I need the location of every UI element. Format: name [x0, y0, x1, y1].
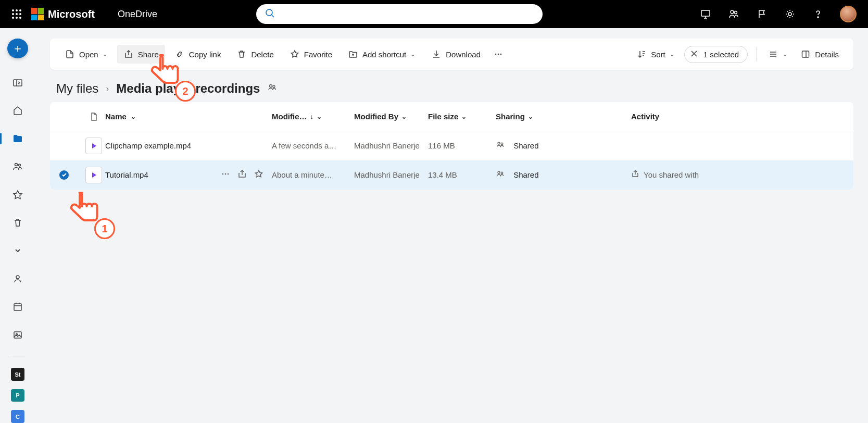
view-button[interactable]: ⌄ [765, 45, 791, 64]
svg-point-22 [16, 276, 19, 279]
help-icon[interactable] [812, 8, 824, 20]
file-name[interactable]: Clipchamp example.mp4 [105, 141, 191, 150]
chevron-down-icon: ⌄ [410, 51, 416, 58]
delete-button[interactable]: Delete [230, 45, 280, 64]
user-avatar[interactable] [840, 6, 857, 22]
download-label: Download [446, 50, 481, 59]
row-star-icon[interactable] [254, 169, 263, 180]
share-button[interactable]: Share [117, 45, 165, 64]
sidebar-photos-icon[interactable] [7, 325, 28, 345]
settings-icon[interactable] [784, 8, 796, 20]
file-sharing[interactable]: Shared [513, 141, 538, 150]
column-modified[interactable]: Modifie…↓⌄ [272, 112, 354, 121]
column-name[interactable]: Name⌄ [105, 112, 272, 121]
svg-point-53 [228, 173, 229, 175]
svg-point-21 [19, 164, 21, 166]
file-sharing[interactable]: Shared [513, 170, 538, 179]
sidebar-favorites-icon[interactable] [7, 185, 28, 205]
svg-point-20 [15, 163, 18, 166]
sort-button[interactable]: Sort ⌄ [630, 45, 681, 64]
sidebar-collapse-icon[interactable] [7, 241, 28, 260]
sidebar-calendar-icon[interactable] [7, 297, 28, 317]
sidebar-people-icon[interactable] [7, 269, 28, 289]
activity-share-icon [631, 170, 639, 180]
search-input[interactable] [256, 4, 543, 24]
row-checkbox[interactable] [59, 170, 69, 180]
row-more-icon[interactable] [221, 169, 230, 180]
info-icon [800, 49, 811, 59]
teams-icon[interactable] [727, 8, 740, 20]
svg-rect-45 [802, 51, 809, 57]
svg-point-7 [16, 17, 18, 19]
svg-point-9 [266, 9, 272, 16]
sidebar-lib-c[interactable]: C [11, 410, 24, 423]
download-icon [431, 49, 442, 59]
favorite-label: Favorite [304, 50, 332, 59]
column-sharing[interactable]: Sharing⌄ [496, 112, 631, 121]
more-actions-button[interactable] [490, 45, 507, 64]
column-modified-by[interactable]: Modified By⌄ [354, 112, 428, 121]
svg-point-8 [19, 17, 21, 19]
svg-point-5 [19, 13, 21, 15]
breadcrumb-root[interactable]: My files [56, 81, 98, 96]
shared-folder-icon[interactable] [267, 81, 278, 96]
open-label: Open [79, 50, 98, 59]
table-row[interactable]: Tutorial.mp4 About a minute… Madhushri B… [50, 160, 853, 190]
sidebar: ＋ St P C [0, 28, 35, 423]
details-button[interactable]: Details [794, 45, 845, 64]
selection-pill[interactable]: 1 selected [684, 46, 748, 63]
clear-selection-icon[interactable] [690, 49, 698, 59]
folder-add-icon [348, 49, 358, 59]
download-button[interactable]: Download [425, 45, 487, 64]
svg-line-10 [272, 15, 274, 17]
sidebar-home-icon[interactable] [7, 101, 28, 121]
header-type-icon[interactable] [82, 112, 105, 121]
sort-label: Sort [651, 50, 665, 59]
sharing-icon [496, 169, 505, 180]
share-label: Share [138, 50, 159, 59]
sidebar-lib-st[interactable]: St [11, 368, 24, 381]
svg-point-47 [270, 85, 272, 88]
svg-point-0 [12, 9, 14, 11]
svg-point-14 [731, 10, 734, 14]
row-share-icon[interactable] [237, 169, 247, 180]
app-name[interactable]: OneDrive [118, 9, 157, 20]
sharing-icon [496, 140, 505, 151]
sidebar-shared-icon[interactable] [7, 157, 28, 177]
favorite-button[interactable]: Favorite [283, 45, 338, 64]
add-shortcut-button[interactable]: Add shortcut ⌄ [342, 45, 422, 64]
top-bar: Microsoft OneDrive [0, 0, 868, 28]
breadcrumb-current: Media player recordings [116, 81, 260, 96]
main-area: Open ⌄ Share Copy link Delete Favorite A… [35, 28, 868, 423]
command-bar: Open ⌄ Share Copy link Delete Favorite A… [50, 39, 853, 70]
details-label: Details [815, 50, 839, 59]
svg-rect-11 [701, 10, 710, 16]
column-file-size[interactable]: File size⌄ [428, 112, 496, 121]
column-activity[interactable]: Activity [631, 112, 844, 121]
svg-point-1 [16, 9, 18, 11]
add-new-button[interactable]: ＋ [7, 39, 28, 58]
svg-point-52 [225, 173, 227, 175]
table-row[interactable]: Clipchamp example.mp4 A few seconds a… M… [50, 131, 853, 160]
add-shortcut-label: Add shortcut [362, 50, 406, 59]
file-name[interactable]: Tutorial.mp4 [105, 170, 148, 179]
sidebar-lib-p[interactable]: P [11, 389, 24, 402]
sidebar-expand-icon[interactable] [7, 73, 28, 93]
sidebar-recycle-icon[interactable] [7, 213, 28, 233]
chevron-right-icon: › [106, 83, 109, 94]
svg-point-6 [12, 17, 14, 19]
chevron-down-icon: ⌄ [670, 51, 675, 58]
chevron-down-icon: ⌄ [103, 51, 108, 58]
video-file-icon [85, 138, 102, 154]
sort-icon [636, 49, 647, 59]
chevron-down-icon: ⌄ [783, 51, 788, 58]
microsoft-logo[interactable]: Microsoft [31, 8, 95, 20]
flag-icon[interactable] [756, 8, 768, 20]
svg-point-48 [273, 85, 275, 88]
open-button[interactable]: Open ⌄ [58, 45, 114, 64]
svg-point-2 [19, 9, 21, 11]
app-launcher-icon[interactable] [4, 2, 29, 27]
presentation-icon[interactable] [699, 8, 712, 20]
sidebar-myfiles-icon[interactable] [7, 129, 28, 148]
copy-link-button[interactable]: Copy link [168, 45, 228, 64]
